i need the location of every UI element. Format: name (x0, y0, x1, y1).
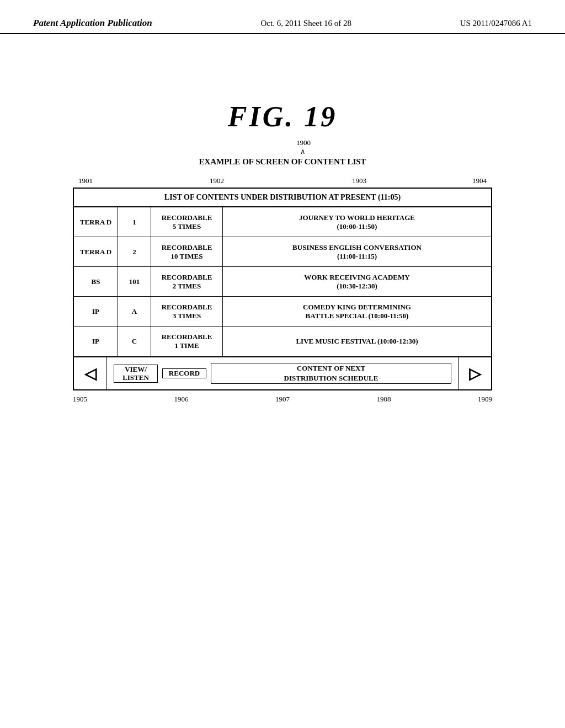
table-row[interactable]: IP A RECORDABLE 3 TIMES COMEDY KING DETE… (74, 297, 491, 326)
record-label: RECORD (169, 369, 200, 378)
col-header-4: 1904 (472, 176, 487, 185)
publication-label: Patent Application Publication (33, 18, 152, 29)
col-header-1: 1901 (78, 176, 93, 185)
cell-content: BUSINESS ENGLISH CONVERSATION (11:00-11:… (223, 237, 491, 266)
col-header-2: 1902 (210, 176, 224, 185)
ref-1909: 1909 (478, 395, 492, 404)
ref-1906: 1906 (174, 395, 189, 404)
right-arrow-button[interactable]: ▷ (458, 357, 491, 389)
cell-type: IP (74, 326, 118, 356)
patent-number-label: US 2011/0247086 A1 (460, 19, 532, 28)
ref-1900: 1900 (296, 138, 311, 147)
ref-1908: 1908 (377, 395, 391, 404)
cell-record: RECORDABLE 3 TIMES (151, 297, 223, 326)
fig-title: FIG. 19 (228, 100, 337, 133)
table-row[interactable]: TERRA D 1 RECORDABLE 5 TIMES JOURNEY TO … (74, 207, 491, 237)
cell-content: WORK RECEIVING ACADEMY (10:30-12:30) (223, 267, 491, 296)
bottom-controls-row[interactable]: ◁ VIEW/ LISTEN RECORD CONTENT OF NEXT DI… (74, 356, 491, 389)
view-listen-label: VIEW/ LISTEN (122, 365, 149, 382)
cell-content: COMEDY KING DETERMINING BATTLE SPECIAL (… (223, 297, 491, 326)
cell-num: 101 (118, 267, 151, 296)
left-arrow-icon: ◁ (84, 365, 97, 383)
cell-record: RECORDABLE 10 TIMES (151, 237, 223, 266)
example-label: EXAMPLE OF SCREEN OF CONTENT LIST (199, 157, 366, 167)
ref-arrow-symbol: ∧ (300, 147, 306, 156)
table-row[interactable]: IP C RECORDABLE 1 TIME LIVE MUSIC FESTIV… (74, 326, 491, 356)
table-row[interactable]: BS 101 RECORDABLE 2 TIMES WORK RECEIVING… (74, 267, 491, 297)
cell-num: 2 (118, 237, 151, 266)
table-header-text: LIST OF CONTENTS UNDER DISTRIBUTION AT P… (164, 193, 401, 201)
ref-1907: 1907 (275, 395, 290, 404)
table-rows: TERRA D 1 RECORDABLE 5 TIMES JOURNEY TO … (74, 207, 491, 356)
ref-1905: 1905 (73, 395, 87, 404)
content-list-table: LIST OF CONTENTS UNDER DISTRIBUTION AT P… (73, 188, 492, 390)
bottom-reference-labels: 1905 1906 1907 1908 1909 (73, 395, 492, 404)
next-distribution-label: CONTENT OF NEXT DISTRIBUTION SCHEDULE (284, 363, 379, 383)
next-distribution-button[interactable]: CONTENT OF NEXT DISTRIBUTION SCHEDULE (211, 363, 451, 384)
record-button[interactable]: RECORD (162, 368, 206, 378)
cell-type: IP (74, 297, 118, 326)
cell-record: RECORDABLE 5 TIMES (151, 207, 223, 237)
col-header-3: 1903 (352, 176, 366, 185)
page-header: Patent Application Publication Oct. 6, 2… (0, 0, 565, 34)
table-header-row: LIST OF CONTENTS UNDER DISTRIBUTION AT P… (74, 189, 491, 207)
cell-type: BS (74, 267, 118, 296)
left-arrow-button[interactable]: ◁ (74, 357, 107, 389)
table-row[interactable]: TERRA D 2 RECORDABLE 10 TIMES BUSINESS E… (74, 237, 491, 267)
cell-record: RECORDABLE 1 TIME (151, 326, 223, 356)
view-listen-button[interactable]: VIEW/ LISTEN (114, 365, 158, 383)
cell-content: LIVE MUSIC FESTIVAL (10:00-12:30) (223, 326, 491, 356)
cell-type: TERRA D (74, 237, 118, 266)
right-arrow-icon: ▷ (469, 365, 481, 383)
main-content: FIG. 19 1900 ∧ EXAMPLE OF SCREEN OF CONT… (0, 34, 565, 426)
cell-num: A (118, 297, 151, 326)
cell-record: RECORDABLE 2 TIMES (151, 267, 223, 296)
column-headers: 1901 1902 1903 1904 (73, 176, 492, 185)
cell-type: TERRA D (74, 207, 118, 237)
cell-num: 1 (118, 207, 151, 237)
cell-content: JOURNEY TO WORLD HERITAGE (10:00-11:50) (223, 207, 491, 237)
date-sheet-label: Oct. 6, 2011 Sheet 16 of 28 (260, 19, 351, 28)
cell-num: C (118, 326, 151, 356)
